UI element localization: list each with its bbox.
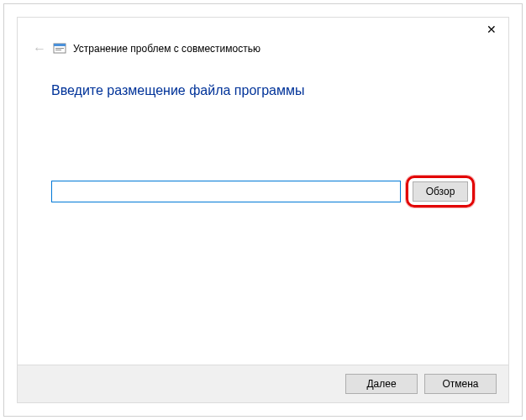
svg-rect-3: [55, 50, 61, 50]
svg-rect-2: [55, 48, 64, 49]
close-icon[interactable]: ✕: [483, 23, 500, 39]
instruction-text: Введите размещение файла программы: [51, 83, 475, 98]
back-arrow-icon[interactable]: ←: [33, 41, 46, 56]
dialog-content: Введите размещение файла программы Обзор: [18, 63, 508, 365]
cancel-button[interactable]: Отмена: [424, 374, 497, 394]
troubleshooter-icon: [53, 42, 66, 55]
program-path-input[interactable]: [51, 181, 401, 202]
path-input-row: Обзор: [51, 176, 475, 207]
dialog-title: Устранение проблем с совместимостью: [73, 43, 260, 55]
next-button[interactable]: Далее: [345, 374, 418, 394]
svg-rect-1: [54, 44, 66, 46]
dialog-footer: Далее Отмена: [18, 365, 508, 402]
compatibility-troubleshooter-dialog: ✕ ← Устранение проблем с совместимостью …: [17, 17, 509, 403]
browse-highlight: Обзор: [406, 176, 475, 207]
browse-button[interactable]: Обзор: [413, 181, 468, 202]
dialog-header: ← Устранение проблем с совместимостью: [18, 18, 508, 63]
